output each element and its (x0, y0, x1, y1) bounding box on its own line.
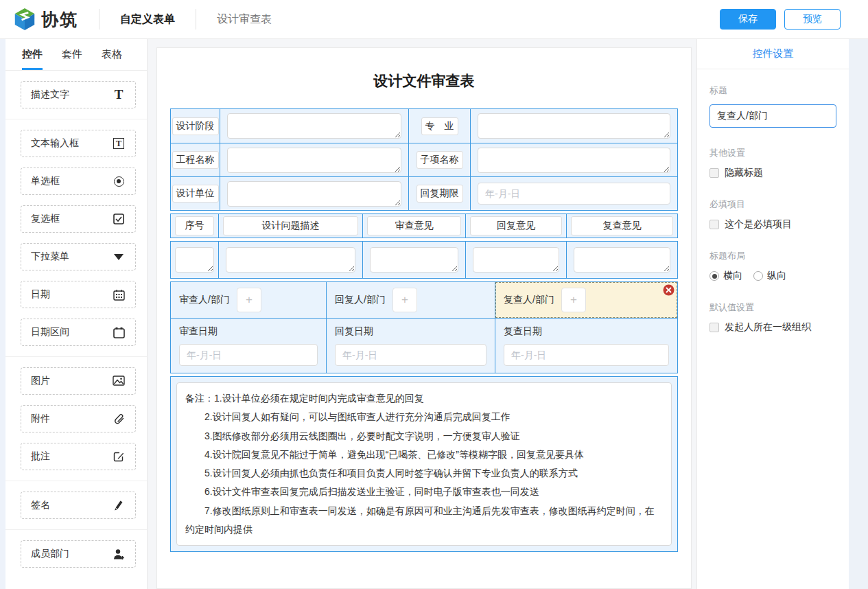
reply-opinion-textarea[interactable] (473, 247, 559, 273)
radio-unselected-icon (753, 271, 763, 281)
default-value-label: 默认值设置 (709, 301, 836, 314)
design-phase-textarea[interactable] (227, 113, 401, 139)
reply-date-input[interactable] (335, 344, 486, 366)
column-header-issue-desc[interactable]: 设计问题描述 (223, 216, 358, 235)
default-org-checkbox[interactable] (709, 323, 719, 332)
notes-section: 备注：1.设计单位必须在规定时间内完成审查意见的回复 2.设计回复人如有疑问，可… (170, 376, 678, 552)
layout-horizontal-radio[interactable]: 横向 (709, 270, 742, 282)
issues-input-row (170, 241, 678, 279)
palette-tabs: 控件 套件 表格 (5, 39, 147, 71)
control-palette: 控件 套件 表格 描述文字 T 文本输入框 T 单选框 复选框 (5, 39, 148, 589)
subitem-name-textarea[interactable] (478, 148, 670, 173)
control-item-dropdown[interactable]: 下拉菜单 (21, 243, 136, 270)
checkbox-icon (112, 212, 126, 226)
control-item-checkbox[interactable]: 复选框 (21, 205, 136, 233)
control-item-radio[interactable]: 单选框 (21, 168, 136, 195)
control-item-annotation[interactable]: 批注 (21, 443, 136, 470)
preview-button[interactable]: 预览 (784, 9, 841, 30)
notes-text[interactable]: 备注：1.设计单位必须在规定时间内完成审查意见的回复 2.设计回复人如有疑问，可… (176, 382, 672, 546)
recheck-date-label: 复查日期 (504, 325, 669, 338)
title-layout-label: 标题布局 (709, 250, 836, 262)
default-org-option-label: 发起人所在一级组织 (725, 321, 811, 334)
control-item-date[interactable]: 日期 (21, 281, 136, 308)
dropdown-caret-icon (112, 250, 126, 264)
pen-icon (112, 498, 126, 512)
rechecker-dept-cell-selected[interactable]: 复查人/部门 + (495, 282, 677, 318)
seq-textarea[interactable] (175, 247, 214, 273)
field-label-design-unit[interactable]: 设计单位 (172, 185, 219, 203)
recheck-opinion-textarea[interactable] (574, 247, 670, 273)
divider (196, 9, 196, 30)
control-item-date-range[interactable]: 日期区间 (21, 319, 136, 346)
recheck-date-input[interactable] (504, 344, 669, 366)
reply-date-label: 回复日期 (335, 325, 486, 338)
replier-dept-cell[interactable]: 回复人/部门 + (327, 282, 495, 318)
tab-tables[interactable]: 表格 (102, 39, 122, 70)
add-member-button[interactable]: + (237, 288, 261, 312)
design-unit-textarea[interactable] (227, 181, 401, 207)
top-bar: 协筑 自定义表单 设计审查表 保存 预览 (0, 0, 868, 39)
nav-custom-form[interactable]: 自定义表单 (120, 12, 175, 27)
app-logo: 协筑 (14, 7, 78, 32)
right-edge-strip (849, 39, 868, 589)
field-label-subitem-name[interactable]: 子项名称 (417, 151, 463, 169)
control-item-attachment[interactable]: 附件 (21, 405, 136, 432)
layout-vertical-radio[interactable]: 纵向 (753, 270, 786, 282)
reviewer-dept-cell[interactable]: 审查人/部门 + (171, 282, 327, 318)
divider (99, 9, 99, 30)
logo-text: 协筑 (41, 8, 78, 31)
close-icon[interactable] (663, 284, 675, 296)
control-item-description-text[interactable]: 描述文字 T (21, 81, 136, 108)
calendar-icon (112, 288, 126, 301)
left-edge-strip (0, 39, 5, 589)
add-member-button[interactable]: + (392, 288, 417, 312)
member-add-icon (112, 547, 126, 561)
field-label-design-phase[interactable]: 设计阶段 (172, 117, 219, 135)
review-date-label: 审查日期 (179, 325, 318, 338)
column-header-review-opinion[interactable]: 审查意见 (367, 216, 461, 235)
form-title: 设计文件审查表 (169, 71, 679, 91)
title-setting-label: 标题 (709, 84, 836, 97)
save-button[interactable]: 保存 (720, 9, 776, 30)
column-header-seq[interactable]: 序号 (175, 216, 214, 235)
radio-selected-icon (709, 271, 719, 281)
control-item-member-dept[interactable]: 成员部门 (21, 540, 136, 568)
control-item-text-input[interactable]: 文本输入框 T (21, 130, 136, 157)
review-opinion-textarea[interactable] (370, 247, 458, 273)
field-label-project-name[interactable]: 工程名称 (172, 151, 219, 169)
form-canvas: 设计文件审查表 设计阶段 专 业 工程名称 子项名称 (156, 47, 692, 589)
field-label-reply-deadline[interactable]: 回复期限 (417, 185, 463, 203)
radio-icon (112, 174, 126, 188)
image-icon (112, 374, 126, 388)
text-input-icon: T (112, 137, 126, 150)
field-label-specialty[interactable]: 专 业 (421, 117, 458, 135)
reply-deadline-date-input[interactable] (478, 183, 670, 205)
control-item-signature[interactable]: 签名 (21, 492, 136, 519)
nav-form-name[interactable]: 设计审查表 (217, 12, 272, 27)
hide-title-option-label: 隐藏标题 (725, 167, 763, 179)
logo-cube-icon (14, 7, 36, 32)
calendar-range-icon (112, 325, 126, 339)
text-serif-icon: T (112, 88, 126, 102)
reply-date-cell: 回复日期 (327, 319, 495, 373)
required-settings-label: 必填项目 (709, 198, 836, 211)
person-date-table: 审查人/部门 + 回复人/部门 + 复查人/部门 + (170, 281, 678, 373)
issue-desc-textarea[interactable] (226, 247, 355, 273)
paperclip-icon (112, 412, 126, 426)
hide-title-checkbox[interactable] (709, 168, 719, 178)
specialty-textarea[interactable] (478, 113, 670, 139)
required-checkbox[interactable] (709, 220, 719, 229)
control-title-input[interactable] (709, 104, 836, 128)
tab-controls[interactable]: 控件 (22, 39, 43, 70)
column-header-reply-opinion[interactable]: 回复意见 (470, 216, 562, 235)
required-option-label: 这个是必填项目 (725, 218, 792, 231)
annotate-icon (112, 450, 126, 463)
settings-panel-title: 控件设置 (697, 39, 849, 69)
column-header-recheck-opinion[interactable]: 复查意见 (571, 216, 673, 235)
project-name-textarea[interactable] (227, 148, 401, 173)
add-member-button[interactable]: + (561, 288, 586, 312)
control-item-image[interactable]: 图片 (21, 367, 136, 395)
tab-kits[interactable]: 套件 (62, 39, 82, 70)
canvas-area: 设计文件审查表 设计阶段 专 业 工程名称 子项名称 (148, 39, 696, 589)
review-date-input[interactable] (179, 344, 318, 366)
